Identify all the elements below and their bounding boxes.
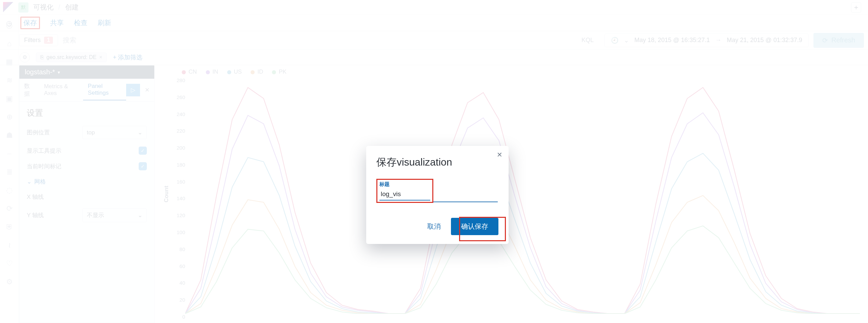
nav-logs-icon[interactable]: ≣ [6,168,13,176]
filters-label: Filters [24,37,41,44]
legend-position-select[interactable]: top ⌄ [82,126,147,139]
chip-remove-icon[interactable]: × [99,54,102,60]
share-action[interactable]: 共享 [50,18,64,27]
date-range-picker[interactable]: 🕘 ⌄ May 18, 2015 @ 16:35:27.1 → May 21, … [605,34,809,47]
kibana-logo-icon[interactable] [3,2,13,12]
legend-item[interactable]: ID [251,69,263,75]
chevron-down-icon: ▾ [58,70,60,75]
legend-position-label: 图例位置 [27,129,50,136]
breadcrumb-bar: 默 可视化 / 创建 ＋ [0,0,868,15]
nav-uptime-icon[interactable]: ⟳ [6,204,13,213]
y-axis-ticks: 280260240220200180160140120100806040200 [172,77,185,320]
refresh-label: Refresh [831,36,855,44]
nav-ml-icon[interactable]: ☗ [6,131,13,140]
y-grid-select[interactable]: 不显示 ⌄ [82,208,147,222]
add-filter-link[interactable]: + 添加筛选 [113,53,143,61]
filter-chip[interactable]: ⎘ geo.src.keyword: DE × [36,53,107,62]
filter-chips-row: ⚙ ⎘ geo.src.keyword: DE × + 添加筛选 [0,50,868,65]
tooltip-toggle[interactable]: ✓ [139,147,147,155]
time-cursor-label: 当前时间标记 [27,163,61,170]
chip-label: geo.src.keyword: DE [46,54,97,60]
query-bar: Filters 1 搜索 KQL 🕘 ⌄ May 18, 2015 @ 16:3… [0,31,868,50]
refresh-action[interactable]: 刷新 [98,18,111,27]
crumb-create: 创建 [65,3,79,12]
title-field-highlight: 标题 [376,179,433,203]
search-input[interactable]: 搜索 [63,36,76,45]
legend-item[interactable]: PK [272,69,287,75]
y-grid-label: Y 轴线 [27,211,44,219]
save-action[interactable]: 保存 [20,17,40,29]
add-panel-button[interactable]: ＋ [851,2,861,13]
line-chart [185,77,860,314]
chevron-down-icon: ⌄ [138,212,142,219]
crumb-visualize[interactable]: 可视化 [33,3,54,12]
filter-settings-icon[interactable]: ⚙ [20,52,30,62]
tooltip-label: 显示工具提示 [27,147,61,155]
date-from: May 18, 2015 @ 16:35:27.1 [634,37,710,44]
recent-icon[interactable]: ◷ [6,19,12,27]
input-underline [433,202,498,202]
legend-position-value: top [87,129,95,136]
cancel-button[interactable]: 取消 [420,218,448,234]
refresh-button[interactable]: ⟳ Refresh [813,33,864,48]
chart-legend: CN IN US ID PK [166,65,863,77]
nav-maps-icon[interactable]: ⊕ [6,113,13,121]
save-visualization-modal: ✕ 保存visualization 标题 取消 确认保存 [366,146,509,244]
tab-data[interactable]: 数据 [19,79,39,101]
modal-title: 保存visualization [376,155,498,169]
inspect-action[interactable]: 检查 [74,18,87,27]
crumb-sep: / [58,3,60,11]
panel-settings-body: 设置 图例位置 top ⌄ 显示工具提示 ✓ 当前时间标记 ✓ ⌄ 网格 [19,101,154,228]
nav-infra-icon[interactable]: ⎓ [7,149,12,158]
apply-changes-button[interactable]: ▷ [126,84,140,96]
chevron-down-icon: ⌄ [624,37,629,44]
chart-panel: CN IN US ID PK Count 2802602402202001801… [155,65,863,323]
date-to: May 21, 2015 @ 01:32:37.9 [727,37,802,44]
title-field-label: 标题 [379,181,430,188]
space-chip[interactable]: 默 [18,2,28,13]
action-bar: ◷ 保存 共享 检查 刷新 [0,15,868,31]
tab-metrics-axes[interactable]: Metrics & Axes [39,80,83,100]
discard-changes-button[interactable]: ✕ [140,84,154,96]
confirm-save-button[interactable]: 确认保存 [451,218,498,235]
legend-item[interactable]: US [227,69,242,75]
filters-count: 1 [44,37,53,44]
arrow-right-icon: → [715,37,722,44]
y-axis-label: Count [163,186,170,203]
legend-item[interactable]: IN [206,69,218,75]
tab-panel-settings[interactable]: Panel Settings [83,79,126,100]
filters-pill[interactable]: Filters 1 [19,34,58,46]
refresh-icon: ⟳ [822,36,828,44]
grid-label: 网格 [34,178,46,186]
config-tabs: 数据 Metrics & Axes Panel Settings ▷ ✕ [19,79,154,101]
index-pattern-label: logstash-* [25,68,55,76]
calendar-icon: 🕘 [611,37,618,44]
chevron-down-icon: ⌄ [138,129,142,136]
y-grid-value: 不显示 [87,211,104,219]
close-icon[interactable]: ✕ [497,151,502,159]
nav-siem-icon[interactable]: ⛨ [6,223,13,231]
x-grid-label: X 轴线 [27,193,44,201]
config-panel: logstash-* ▾ 数据 Metrics & Axes Panel Set… [19,65,155,323]
pin-icon: ⎘ [40,54,44,60]
legend-item[interactable]: CN [182,69,197,75]
nav-monitor-icon[interactable]: ♡ [6,259,13,268]
chevron-down-icon: ⌄ [27,178,32,185]
nav-apm-icon[interactable]: ◌ [6,186,13,195]
nav-canvas-icon[interactable]: ▣ [6,94,13,103]
index-pattern-selector[interactable]: logstash-* ▾ [19,65,154,79]
nav-timelion-icon[interactable]: ≋ [6,76,13,85]
title-input[interactable] [379,188,430,201]
grid-section[interactable]: ⌄ 网格 [27,178,147,186]
nav-dev-icon[interactable]: ≀ [8,241,11,250]
settings-heading: 设置 [27,108,147,118]
kql-toggle[interactable]: KQL [581,37,600,44]
time-cursor-toggle[interactable]: ✓ [139,162,147,170]
nav-manage-icon[interactable]: ⚙ [6,278,13,286]
